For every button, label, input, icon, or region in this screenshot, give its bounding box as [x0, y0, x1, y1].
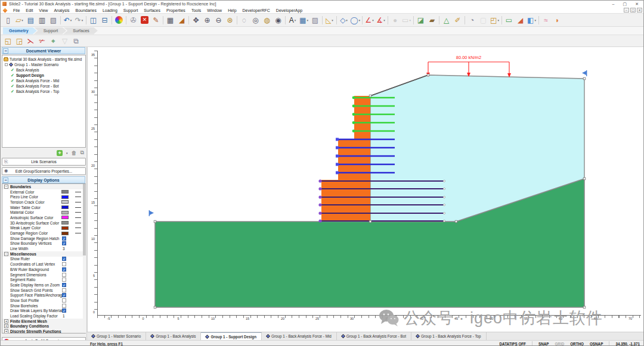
- menu-tools[interactable]: Tools: [188, 8, 204, 13]
- ortho-toggle[interactable]: ORTHO: [570, 342, 584, 346]
- display-option-row[interactable]: Damage Region Color: [2, 230, 85, 236]
- add-slope-icon[interactable]: ◢▾: [515, 15, 526, 26]
- display-option-row[interactable]: Show Damage Region Hatch: [2, 236, 85, 241]
- zoom-selection-icon[interactable]: ⊛▾: [224, 15, 236, 26]
- filter-icon[interactable]: ▽▾: [59, 36, 70, 46]
- display-option-row[interactable]: Show Soil Profile: [2, 298, 85, 303]
- edit-scenario-icon[interactable]: ✎▾: [150, 15, 162, 26]
- measure-tool-icon[interactable]: ◺▾: [324, 15, 335, 26]
- color-swatch[interactable]: [61, 232, 69, 235]
- split-vertical-icon[interactable]: ◫▾: [88, 15, 99, 26]
- add-scenario-button[interactable]: +: [57, 150, 63, 156]
- display-option-row[interactable]: Tension Crack Color: [2, 200, 85, 205]
- option-checkbox[interactable]: [62, 304, 66, 308]
- zoom-actual-icon[interactable]: ◎▾: [250, 15, 261, 26]
- menu-view[interactable]: View: [36, 8, 51, 13]
- model-canvas[interactable]: 80.00 kN/m2 -505101520253035404550556065…: [87, 47, 644, 332]
- display-option-row[interactable]: Coordinates of Last Vertex: [2, 261, 85, 267]
- display-option-row[interactable]: Show Boundary Vertices: [2, 241, 85, 247]
- display-option-row[interactable]: Draw Weak Layers By Material: [2, 308, 85, 314]
- option-checkbox[interactable]: [62, 236, 66, 241]
- region-icon[interactable]: ▢▾: [478, 15, 489, 26]
- undo-icon[interactable]: ↶▾: [62, 15, 73, 26]
- display-option-row[interactable]: −Miscellaneous: [2, 251, 85, 257]
- menu-loading[interactable]: Loading: [100, 8, 120, 13]
- material-layers-icon[interactable]: ◪▾: [415, 15, 426, 26]
- color-swatch[interactable]: [61, 195, 69, 199]
- hatch-region-icon[interactable]: ◔▾: [466, 15, 478, 26]
- zoom-highlight-icon[interactable]: ◍▾: [261, 15, 273, 26]
- display-option-row[interactable]: Load Scaling Display Factor1: [2, 313, 85, 319]
- close-button[interactable]: ✕: [635, 2, 639, 7]
- scenario-tab-force-mid[interactable]: Group 1 - Back Analysis Force - Mid: [262, 332, 337, 340]
- properties-circle-icon[interactable]: ●▾: [389, 15, 401, 26]
- section-expand-box[interactable]: +: [4, 329, 8, 333]
- maximize-button[interactable]: ▢: [623, 2, 627, 7]
- transform-icon[interactable]: ⧉▾: [70, 36, 82, 46]
- mdi-restore-button[interactable]: ▢: [630, 8, 636, 13]
- display-option-row[interactable]: Weak Layer Color: [2, 226, 85, 231]
- tree-scenario-support-design[interactable]: ✓Support Design: [2, 73, 85, 78]
- add-table-icon[interactable]: ▦▾: [298, 15, 309, 26]
- duplicate-scenario-button[interactable]: ⧉: [80, 149, 84, 156]
- option-checkbox[interactable]: [62, 308, 66, 313]
- tab-support[interactable]: Support: [34, 27, 67, 35]
- option-checkbox[interactable]: [62, 298, 66, 303]
- section-expand-box[interactable]: −: [4, 185, 8, 189]
- osnap-toggle[interactable]: OSNAP: [590, 342, 603, 346]
- option-checkbox[interactable]: [62, 267, 66, 272]
- scenario-tab-back-analysis[interactable]: Group 1 - Back Analysis: [146, 332, 201, 340]
- display-option-row[interactable]: Segment Dimensions: [2, 272, 85, 278]
- menu-developerapp[interactable]: DeveloperApp: [273, 8, 305, 13]
- menu-edit[interactable]: Edit: [23, 8, 36, 13]
- color-swatch[interactable]: [61, 211, 69, 214]
- menu-boundaries[interactable]: Boundaries: [72, 8, 99, 13]
- tab-surfaces[interactable]: Surfaces: [63, 27, 98, 35]
- display-option-row[interactable]: Segment Ratio: [2, 277, 85, 282]
- scenario-tab-support-design[interactable]: Group 1 - Support Design: [201, 332, 262, 340]
- add-image-icon[interactable]: ▨▾: [309, 15, 321, 26]
- option-checkbox[interactable]: [62, 283, 66, 287]
- mdi-minimize-button[interactable]: –: [624, 8, 629, 13]
- edit-group-scenario-properties-button[interactable]: ✺ Edit Group/Scenario Properties...: [2, 167, 86, 175]
- scenario-tab-force-top[interactable]: Group 1 - Back Analysis Force - Top: [411, 332, 487, 340]
- scenario-tab-force-bot[interactable]: Group 1 - Back Analysis Force - Bot: [337, 332, 411, 340]
- export-geometry-icon[interactable]: ◲▾: [14, 36, 25, 46]
- print-preview-icon[interactable]: ▧▾: [48, 15, 59, 26]
- option-checkbox[interactable]: [62, 257, 66, 261]
- tree-root-file[interactable]: Tutorial 30 Back Analysis - starting fil…: [2, 57, 85, 62]
- color-swatch[interactable]: [61, 226, 69, 230]
- add-vertices-icon[interactable]: ⋋▾: [25, 36, 36, 46]
- add-scenario-dropdown[interactable]: ▾: [66, 151, 68, 155]
- menu-support[interactable]: Support: [120, 8, 141, 13]
- menu-help[interactable]: Help: [225, 8, 239, 13]
- draw-polyline-icon[interactable]: ◇▾: [338, 15, 349, 26]
- menu-developerrfc[interactable]: DeveloperRFC: [240, 8, 273, 13]
- menu-surfaces[interactable]: Surfaces: [141, 8, 163, 13]
- zoom-in-icon[interactable]: ⊕▾: [202, 15, 213, 26]
- display-option-row[interactable]: +Boundary Conditions: [2, 324, 85, 329]
- snap-toggle[interactable]: SNAP: [538, 342, 549, 346]
- section-expand-box[interactable]: +: [4, 324, 8, 328]
- menu-analysis[interactable]: Analysis: [51, 8, 72, 13]
- display-option-row[interactable]: Scale Display Items on Zoom: [2, 282, 85, 288]
- exit-compute-icon[interactable]: ✕▾: [139, 15, 150, 26]
- import-geometry-icon[interactable]: ◱▾: [2, 36, 14, 46]
- display-option-row[interactable]: +Finite Element Mesh: [2, 319, 85, 324]
- delete-icon[interactable]: ▭▾: [401, 15, 412, 26]
- mdi-close-button[interactable]: ✕: [637, 8, 642, 13]
- collapse-document-viewer-button[interactable]: −: [3, 48, 8, 54]
- link-scenarios-button[interactable]: ⎘ Link Scenarios: [2, 158, 86, 166]
- app-menu-icon[interactable]: [3, 8, 8, 13]
- delete-scenario-button[interactable]: 🗑: [72, 150, 77, 156]
- display-option-row[interactable]: Anisotropic Surface Color: [2, 215, 85, 220]
- collapse-display-options-button[interactable]: −: [3, 177, 8, 183]
- water-table-icon[interactable]: ≈▾: [540, 15, 552, 26]
- display-option-row[interactable]: Support Face Plates/Anchorage: [2, 292, 85, 298]
- tree-scenario-force-top[interactable]: ✓Back Analysis Force - Top: [2, 89, 85, 94]
- calculator-icon[interactable]: ▦▾: [165, 15, 176, 26]
- section-expand-box[interactable]: −: [4, 252, 8, 256]
- add-external-icon[interactable]: ▭▾: [503, 15, 515, 26]
- add-text-icon[interactable]: A▾: [287, 15, 298, 26]
- tree-scenario-force-bot[interactable]: ✓Back Analysis Force - Bot: [2, 83, 85, 89]
